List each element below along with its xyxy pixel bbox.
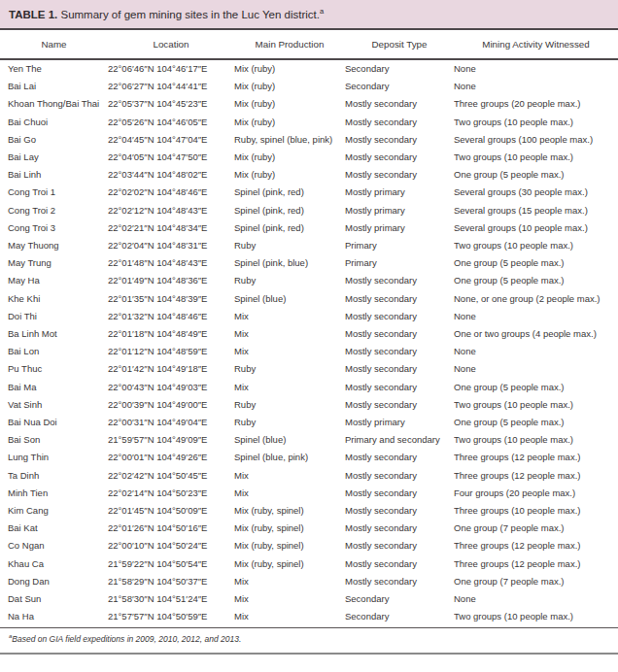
- cell-production: Mix (ruby): [234, 78, 345, 95]
- table-row: Co Ngan22°00′10″N 104°50′24″EMix (ruby, …: [0, 537, 618, 554]
- table-row: Bai Ma22°00′43″N 104°49′03″EMixMostly se…: [0, 379, 618, 396]
- table-row: Cong Troi 222°02′12″N 104°48′43″ESpinel …: [0, 202, 618, 219]
- cell-activity: Three groups (10 people max.): [454, 502, 618, 520]
- cell-activity: None: [454, 343, 618, 360]
- cell-location: 21°59′57″N 104°49′09″E: [108, 431, 234, 449]
- cell-deposit: Mostly secondary: [345, 502, 454, 520]
- cell-activity: One group (5 people max.): [454, 379, 618, 396]
- cell-name: Kim Cang: [0, 502, 108, 520]
- cell-deposit: Mostly secondary: [345, 520, 454, 537]
- cell-activity: One group (5 people max.): [454, 254, 618, 272]
- table-row: Bai Son21°59′57″N 104°49′09″ESpinel (blu…: [0, 431, 618, 449]
- table-number: TABLE 1.: [9, 9, 57, 20]
- table-footnote: aBased on GIA field expeditions in 2009,…: [0, 627, 618, 655]
- cell-production: Mix (ruby, spinel): [234, 520, 345, 537]
- cell-location: 22°02′12″N 104°48′43″E: [108, 202, 234, 219]
- cell-deposit: Mostly secondary: [345, 114, 454, 131]
- cell-production: Spinel (pink, blue): [234, 254, 345, 272]
- cell-location: 22°04′45″N 104°47′04″E: [108, 131, 234, 149]
- cell-name: Khau Ca: [0, 555, 108, 573]
- table-row: Bai Go22°04′45″N 104°47′04″ERuby, spinel…: [0, 131, 618, 149]
- cell-activity: Several groups (30 people max.): [454, 184, 618, 201]
- cell-activity: Two groups (10 people max.): [454, 114, 618, 131]
- cell-deposit: Secondary: [345, 59, 454, 78]
- journal-table-page: TABLE 1. Summary of gem mining sites in …: [0, 0, 618, 672]
- cell-activity: Two groups (10 people max.): [454, 608, 618, 625]
- cell-deposit: Mostly primary: [345, 184, 454, 201]
- cell-activity: Three groups (12 people max.): [454, 467, 618, 485]
- cell-activity: Three groups (12 people max.): [454, 537, 618, 554]
- column-header-main-production: Main Production: [234, 30, 345, 59]
- cell-production: Spinel (blue, pink): [234, 449, 345, 466]
- cell-location: 22°03′44″N 104°48′02″E: [108, 166, 234, 184]
- cell-location: 22°00′10″N 104°50′24″E: [108, 537, 234, 554]
- cell-name: May Thuong: [0, 237, 108, 254]
- cell-production: Mix: [234, 485, 345, 502]
- cell-deposit: Mostly secondary: [345, 485, 454, 502]
- table-row: Na Ha21°57′57″N 104°50′59″EMixSecondaryT…: [0, 608, 618, 625]
- cell-production: Mix (ruby, spinel): [234, 555, 345, 573]
- cell-location: 22°02′14″N 104°50′23″E: [108, 485, 234, 502]
- table-row: Lung Thin22°00′01″N 104°49′26″ESpinel (b…: [0, 449, 618, 466]
- cell-location: 22°01′32″N 104°48′46″E: [108, 308, 234, 325]
- cell-activity: Several groups (100 people max.): [454, 131, 618, 149]
- cell-production: Mix: [234, 343, 345, 360]
- cell-activity: None: [454, 59, 618, 78]
- table-row: Bai Lay22°04′05″N 104°47′50″EMix (ruby)M…: [0, 149, 618, 166]
- table-row: Minh Tien22°02′14″N 104°50′23″EMixMostly…: [0, 485, 618, 502]
- cell-deposit: Mostly secondary: [345, 325, 454, 343]
- table-body: Yen The22°06′46″N 104°46′17″EMix (ruby)S…: [0, 59, 618, 626]
- cell-production: Mix: [234, 608, 345, 625]
- cell-name: Bai Chuoi: [0, 114, 108, 131]
- cell-deposit: Mostly secondary: [345, 379, 454, 396]
- cell-name: Khe Khi: [0, 290, 108, 308]
- table-row: Dat Sun21°58′30″N 104°51′24″EMixSecondar…: [0, 590, 618, 608]
- cell-name: Bai Linh: [0, 166, 108, 184]
- cell-activity: Two groups (10 people max.): [454, 237, 618, 254]
- cell-location: 21°58′30″N 104°51′24″E: [108, 590, 234, 608]
- table-row: Bai Lon22°01′12″N 104°48′59″EMixMostly s…: [0, 343, 618, 360]
- cell-name: May Ha: [0, 272, 108, 289]
- cell-deposit: Primary and secondary: [345, 431, 454, 449]
- cell-location: 22°05′37″N 104°45′23″E: [108, 95, 234, 113]
- cell-deposit: Mostly secondary: [345, 272, 454, 289]
- cell-name: Dat Sun: [0, 590, 108, 608]
- cell-location: 21°57′57″N 104°50′59″E: [108, 608, 234, 625]
- cell-location: 21°58′29″N 104°50′37″E: [108, 573, 234, 590]
- table-row: Kim Cang22°01′45″N 104°50′09″EMix (ruby,…: [0, 502, 618, 520]
- cell-name: Yen The: [0, 59, 108, 78]
- cell-production: Spinel (pink, red): [234, 202, 345, 219]
- cell-deposit: Mostly secondary: [345, 343, 454, 360]
- cell-production: Mix: [234, 379, 345, 396]
- table-row: Cong Troi 322°02′21″N 104°48′34″ESpinel …: [0, 219, 618, 237]
- cell-production: Ruby, spinel (blue, pink): [234, 131, 345, 149]
- cell-production: Mix (ruby): [234, 166, 345, 184]
- cell-deposit: Mostly secondary: [345, 396, 454, 414]
- cell-production: Mix: [234, 308, 345, 325]
- cell-deposit: Mostly secondary: [345, 360, 454, 378]
- table-row: Khe Khi22°01′35″N 104°48′39″ESpinel (blu…: [0, 290, 618, 308]
- table-row: Bai Nua Doi22°00′31″N 104°49′04″ERubyMos…: [0, 414, 618, 431]
- cell-location: 22°06′46″N 104°46′17″E: [108, 59, 234, 78]
- cell-name: Bai Kat: [0, 520, 108, 537]
- gem-mining-sites-table: Name Location Main Production Deposit Ty…: [0, 30, 618, 626]
- cell-name: Bai Lon: [0, 343, 108, 360]
- column-header-row: Name Location Main Production Deposit Ty…: [0, 30, 618, 59]
- cell-deposit: Mostly secondary: [345, 131, 454, 149]
- table-row: Doi Thi22°01′32″N 104°48′46″EMixMostly s…: [0, 308, 618, 325]
- cell-activity: Three groups (12 people max.): [454, 449, 618, 466]
- cell-name: Ta Dinh: [0, 467, 108, 485]
- cell-deposit: Secondary: [345, 608, 454, 625]
- cell-location: 22°06′27″N 104°44′41″E: [108, 78, 234, 95]
- cell-deposit: Mostly secondary: [345, 573, 454, 590]
- table-row: Vat Sinh22°00′39″N 104°49′00″ERubyMostly…: [0, 396, 618, 414]
- cell-name: Co Ngan: [0, 537, 108, 554]
- cell-deposit: Mostly primary: [345, 414, 454, 431]
- cell-deposit: Primary: [345, 237, 454, 254]
- cell-name: Dong Dan: [0, 573, 108, 590]
- cell-activity: One group (7 people max.): [454, 573, 618, 590]
- cell-name: Bai Lay: [0, 149, 108, 166]
- cell-name: Cong Troi 1: [0, 184, 108, 201]
- cell-name: Bai Lai: [0, 78, 108, 95]
- cell-activity: Several groups (10 people max.): [454, 219, 618, 237]
